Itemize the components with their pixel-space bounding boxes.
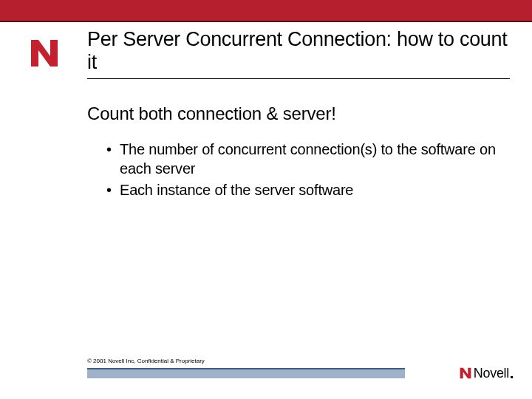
footer-bar [87,368,405,378]
brand-wordmark: Novell [474,366,509,380]
slide-title: Per Server Concurrent Connection: how to… [87,28,510,79]
title-block: Per Server Concurrent Connection: how to… [87,28,510,79]
subheading: Count both connection & server! [87,103,502,124]
header-band-shadow [0,21,532,22]
brand-dot-icon [511,376,513,378]
body-block: Count both connection & server! The numb… [87,103,502,203]
slide: Per Server Concurrent Connection: how to… [0,0,532,399]
footer-copyright: © 2001 Novell Inc, Confidential & Propri… [87,358,205,364]
list-item: Each instance of the server software [106,181,502,200]
list-item: The number of concurrent connection(s) t… [106,140,502,178]
novell-n-small-icon [459,366,472,380]
novell-brand-logo: Novell [459,366,513,380]
header-band [0,0,532,21]
novell-n-logo-icon [28,37,61,69]
bullet-list: The number of concurrent connection(s) t… [87,140,502,200]
